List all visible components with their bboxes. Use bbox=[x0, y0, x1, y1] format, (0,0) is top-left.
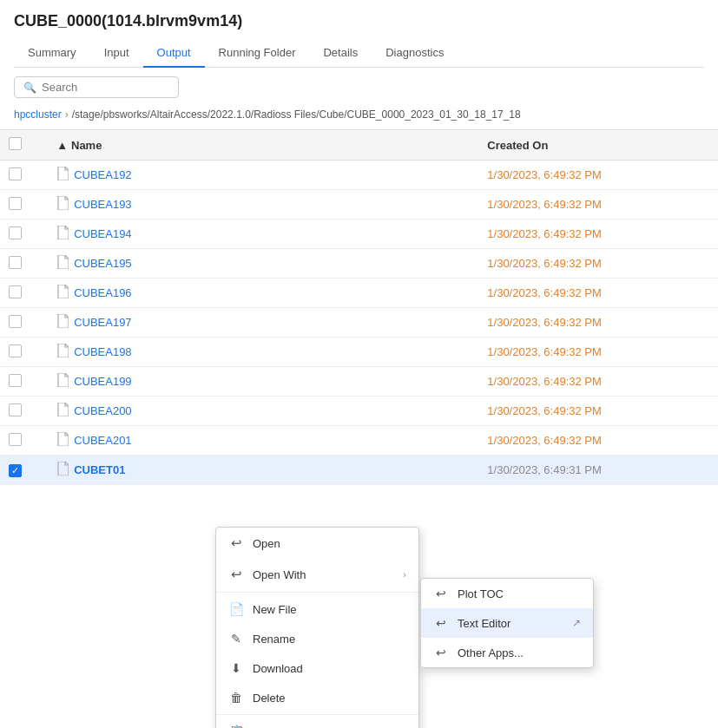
row-checkbox-cell bbox=[0, 220, 48, 249]
context-menu-open-with-label: Open With bbox=[253, 568, 306, 581]
row-checkbox[interactable]: ✓ bbox=[9, 464, 22, 477]
context-menu-open-with[interactable]: ↩ Open With › ↩ Plot TOC ↩ Text Editor ↗… bbox=[216, 559, 418, 590]
row-name-cell: CUBEA196 bbox=[48, 279, 478, 308]
file-name-label: CUBEA200 bbox=[74, 404, 131, 417]
header-checkbox[interactable] bbox=[9, 137, 22, 150]
table-row[interactable]: CUBEA1931/30/2023, 6:49:32 PM bbox=[0, 190, 718, 220]
tab-summary[interactable]: Summary bbox=[14, 39, 90, 68]
row-date-cell: 1/30/2023, 6:49:32 PM bbox=[478, 279, 718, 308]
table-row[interactable]: CUBEA1921/30/2023, 6:49:32 PM bbox=[0, 161, 718, 190]
context-menu-open[interactable]: ↩ Open bbox=[216, 528, 418, 559]
file-table: ▲Name Created On CUBEA1921/30/2023, 6:49… bbox=[0, 129, 718, 485]
file-name-label: CUBEA192 bbox=[74, 168, 131, 181]
header-checkbox-cell bbox=[0, 130, 48, 161]
tab-details[interactable]: Details bbox=[309, 39, 372, 68]
file-name[interactable]: CUBEA200 bbox=[56, 403, 470, 419]
search-icon: 🔍 bbox=[23, 82, 36, 94]
row-checkbox[interactable] bbox=[9, 403, 22, 416]
row-checkbox-cell bbox=[0, 161, 48, 190]
file-name[interactable]: CUBEA199 bbox=[56, 373, 470, 390]
context-menu-properties-label: Properties bbox=[253, 725, 304, 729]
file-icon bbox=[56, 285, 69, 301]
table-row[interactable]: CUBEA1941/30/2023, 6:49:32 PM bbox=[0, 220, 718, 249]
row-date-cell: 1/30/2023, 6:49:32 PM bbox=[478, 308, 718, 338]
other-apps-icon: ↩ bbox=[433, 646, 449, 659]
context-menu-rename-label: Rename bbox=[253, 633, 295, 646]
row-checkbox-cell bbox=[0, 338, 48, 367]
row-name-cell: CUBEA195 bbox=[48, 249, 478, 279]
tab-input[interactable]: Input bbox=[90, 39, 143, 68]
context-menu-new-file-label: New File bbox=[253, 603, 297, 616]
row-name-cell: CUBEA197 bbox=[48, 308, 478, 338]
file-icon bbox=[56, 403, 69, 419]
header-date[interactable]: Created On bbox=[478, 130, 718, 161]
row-checkbox[interactable] bbox=[9, 167, 22, 180]
file-name[interactable]: CUBEA197 bbox=[56, 314, 470, 331]
cursor-indicator: ↗ bbox=[572, 617, 581, 629]
tab-bar: Summary Input Output Running Folder Deta… bbox=[14, 39, 704, 68]
table-row[interactable]: CUBEA1951/30/2023, 6:49:32 PM bbox=[0, 249, 718, 279]
submenu-text-editor[interactable]: ↩ Text Editor ↗ bbox=[421, 608, 593, 638]
table-row[interactable]: CUBEA1991/30/2023, 6:49:32 PM bbox=[0, 367, 718, 397]
row-checkbox[interactable] bbox=[9, 433, 22, 446]
page-header: CUBE_0000(1014.blrvm9vm14) Summary Input… bbox=[0, 0, 718, 68]
submenu-other-apps[interactable]: ↩ Other Apps... bbox=[421, 638, 593, 667]
plot-toc-icon: ↩ bbox=[433, 587, 449, 600]
row-checkbox[interactable] bbox=[9, 256, 22, 269]
row-checkbox-cell bbox=[0, 249, 48, 279]
file-name[interactable]: CUBEA193 bbox=[56, 196, 470, 213]
row-checkbox[interactable] bbox=[9, 197, 22, 210]
submenu-plot-toc[interactable]: ↩ Plot TOC bbox=[421, 579, 593, 608]
row-checkbox[interactable] bbox=[9, 226, 22, 239]
row-checkbox-cell bbox=[0, 426, 48, 456]
row-date-cell: 1/30/2023, 6:49:32 PM bbox=[478, 249, 718, 279]
file-name[interactable]: CUBEA192 bbox=[56, 167, 470, 183]
row-name-cell: CUBEA200 bbox=[48, 397, 478, 426]
header-name[interactable]: ▲Name bbox=[48, 130, 478, 161]
submenu: ↩ Plot TOC ↩ Text Editor ↗ ↩ Other Apps.… bbox=[420, 578, 594, 668]
file-icon bbox=[56, 344, 69, 360]
row-checkbox[interactable] bbox=[9, 344, 22, 357]
context-menu-new-file[interactable]: 📄 New File bbox=[216, 594, 418, 624]
file-name[interactable]: CUBEA201 bbox=[56, 432, 470, 449]
breadcrumb-root[interactable]: hpccluster bbox=[14, 108, 62, 121]
breadcrumb-separator: › bbox=[65, 108, 69, 121]
row-name-cell: CUBEA192 bbox=[48, 161, 478, 190]
row-checkbox[interactable] bbox=[9, 374, 22, 387]
row-name-cell: CUBEA201 bbox=[48, 426, 478, 456]
file-name[interactable]: CUBEA198 bbox=[56, 344, 470, 360]
context-menu-delete[interactable]: 🗑 Delete bbox=[216, 683, 418, 712]
table-row[interactable]: CUBEA1961/30/2023, 6:49:32 PM bbox=[0, 279, 718, 308]
table-row[interactable]: CUBEA1981/30/2023, 6:49:32 PM bbox=[0, 338, 718, 367]
context-menu-properties[interactable]: 📋 Properties bbox=[216, 717, 418, 728]
search-input-wrapper[interactable]: 🔍 bbox=[14, 76, 179, 98]
file-icon bbox=[56, 432, 69, 449]
submenu-other-apps-label: Other Apps... bbox=[458, 646, 524, 659]
file-icon bbox=[56, 196, 69, 213]
submenu-plot-toc-label: Plot TOC bbox=[458, 587, 504, 600]
file-name[interactable]: CUBEA195 bbox=[56, 255, 470, 272]
table-row[interactable]: CUBEA1971/30/2023, 6:49:32 PM bbox=[0, 308, 718, 338]
search-input[interactable] bbox=[42, 81, 169, 94]
file-name[interactable]: CUBEA196 bbox=[56, 285, 470, 301]
file-name[interactable]: CUBET01 bbox=[56, 462, 470, 478]
file-icon bbox=[56, 373, 69, 390]
tab-running-folder[interactable]: Running Folder bbox=[205, 39, 310, 68]
tab-output[interactable]: Output bbox=[143, 39, 205, 68]
file-icon bbox=[56, 255, 69, 272]
row-checkbox-cell bbox=[0, 190, 48, 220]
row-date-cell: 1/30/2023, 6:49:32 PM bbox=[478, 367, 718, 397]
row-name-cell: CUBET01 bbox=[48, 456, 478, 485]
context-menu-download[interactable]: ⬇ Download bbox=[216, 653, 418, 683]
row-name-cell: CUBEA193 bbox=[48, 190, 478, 220]
file-icon bbox=[56, 226, 69, 242]
table-row[interactable]: CUBEA2011/30/2023, 6:49:32 PM bbox=[0, 426, 718, 456]
row-checkbox[interactable] bbox=[9, 285, 22, 298]
tab-diagnostics[interactable]: Diagnostics bbox=[372, 39, 458, 68]
table-row[interactable]: ✓CUBET011/30/2023, 6:49:31 PM bbox=[0, 456, 718, 485]
table-row[interactable]: CUBEA2001/30/2023, 6:49:32 PM bbox=[0, 397, 718, 426]
context-menu-rename[interactable]: ✎ Rename bbox=[216, 624, 418, 653]
file-name[interactable]: CUBEA194 bbox=[56, 226, 470, 242]
row-checkbox[interactable] bbox=[9, 315, 22, 328]
row-name-cell: CUBEA194 bbox=[48, 220, 478, 249]
